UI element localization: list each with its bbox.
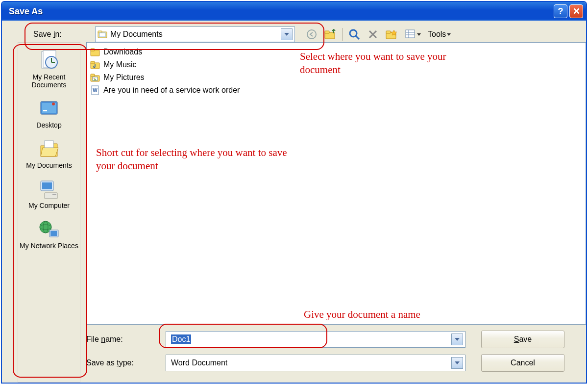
bottom-panel: File name: Doc1 Save Save as type: Word … [86, 328, 586, 383]
search-icon [348, 28, 360, 40]
delete-button[interactable] [366, 27, 380, 41]
svg-rect-5 [325, 31, 329, 33]
folder-pictures-icon [90, 72, 100, 83]
search-web-button[interactable] [347, 27, 361, 41]
svg-text:W: W [93, 88, 98, 93]
place-my-documents[interactable]: My Documents [20, 134, 78, 174]
svg-rect-34 [50, 231, 57, 236]
folder-icon [98, 29, 107, 40]
tools-menu-label: Tools [428, 30, 446, 39]
place-recent-documents[interactable]: My Recent Documents [20, 46, 78, 94]
place-label: My Recent Documents [20, 73, 78, 89]
place-label: Desktop [20, 121, 78, 129]
svg-rect-27 [42, 182, 52, 189]
new-folder-button[interactable] [385, 27, 398, 41]
dialog-body: Save in: My Documents [2, 21, 586, 383]
list-item[interactable]: W Are you in need of a service work orde… [90, 84, 583, 97]
cancel-button[interactable]: Cancel [481, 354, 564, 372]
save-in-label: Save in: [33, 30, 92, 39]
chevron-down-icon [455, 361, 460, 364]
save-in-value: My Documents [110, 30, 278, 39]
svg-point-6 [350, 30, 357, 37]
filename-row: File name: Doc1 Save [86, 328, 586, 351]
help-button[interactable]: ? [554, 4, 567, 18]
svg-point-3 [307, 30, 316, 39]
chevron-down-icon [447, 33, 451, 36]
folder-up-icon [324, 29, 336, 40]
recent-documents-icon [20, 49, 78, 73]
folder-icon [90, 47, 100, 57]
savetype-label: Save as type: [86, 359, 160, 367]
file-name: Are you in need of a service work order [103, 86, 240, 95]
svg-rect-24 [43, 110, 47, 111]
chevron-down-icon [455, 338, 460, 341]
my-computer-icon [20, 177, 78, 202]
svg-rect-12 [406, 30, 415, 38]
filename-field[interactable]: Doc1 [166, 331, 466, 348]
place-label: My Network Places [20, 242, 78, 250]
views-button[interactable] [403, 27, 423, 41]
savetype-value: Word Document [168, 359, 451, 367]
svg-rect-11 [386, 31, 391, 33]
place-desktop[interactable]: Desktop [20, 94, 78, 134]
filename-value: Doc1 [171, 334, 191, 344]
places-bar: My Recent Documents Desktop My Documents… [18, 42, 80, 383]
savetype-row: Save as type: Word Document Cancel [86, 351, 586, 375]
chevron-down-icon [284, 33, 289, 36]
word-doc-icon: W [90, 85, 100, 96]
close-icon: ✕ [573, 6, 580, 17]
close-button[interactable]: ✕ [569, 4, 583, 18]
svg-rect-38 [91, 61, 95, 64]
file-name: Downloads [103, 48, 142, 56]
savetype-field[interactable]: Word Document [166, 355, 466, 371]
svg-line-7 [356, 36, 359, 39]
place-network-places[interactable]: My Network Places [20, 214, 78, 255]
folder-music-icon [90, 59, 100, 70]
list-item[interactable]: Downloads [90, 46, 583, 58]
views-icon [405, 29, 416, 39]
place-my-computer[interactable]: My Computer [20, 174, 78, 214]
save-in-combo[interactable]: My Documents [95, 26, 295, 42]
delete-icon [368, 29, 378, 39]
place-label: My Computer [20, 202, 78, 209]
network-places-icon [20, 217, 78, 242]
file-list[interactable]: Downloads My Music My Pictures W Are you… [86, 42, 586, 325]
save-as-dialog: Save As ? ✕ Save in: My Documents [1, 1, 587, 384]
svg-point-23 [52, 103, 55, 105]
file-name: My Music [103, 60, 137, 69]
help-icon: ? [558, 6, 564, 17]
place-label: My Documents [20, 161, 78, 169]
svg-rect-25 [45, 141, 53, 148]
toolbar: Tools [305, 27, 451, 41]
titlebar: Save As ? ✕ [2, 2, 586, 21]
file-name: My Pictures [103, 73, 145, 82]
svg-rect-40 [91, 74, 95, 77]
separator [342, 28, 343, 41]
svg-rect-36 [91, 49, 95, 51]
my-documents-icon [20, 137, 78, 161]
window-title: Save As [9, 6, 552, 17]
back-icon [306, 29, 317, 40]
chevron-down-icon [417, 33, 421, 36]
new-folder-icon [386, 29, 397, 40]
list-item[interactable]: My Pictures [90, 71, 583, 84]
filename-label: File name: [86, 335, 160, 344]
up-one-level-button[interactable] [323, 27, 337, 41]
save-button[interactable]: Save [481, 331, 564, 348]
svg-rect-28 [45, 193, 57, 199]
svg-rect-2 [99, 33, 105, 37]
svg-rect-1 [98, 31, 102, 33]
tools-menu[interactable]: Tools [428, 30, 451, 39]
savetype-dropdown-button[interactable] [451, 357, 463, 369]
list-item[interactable]: My Music [90, 58, 583, 71]
desktop-icon [20, 97, 78, 121]
filename-dropdown-button[interactable] [451, 334, 463, 345]
back-button[interactable] [305, 27, 318, 41]
svg-rect-29 [52, 194, 56, 195]
save-in-dropdown-button[interactable] [281, 28, 293, 40]
svg-point-42 [94, 78, 95, 79]
